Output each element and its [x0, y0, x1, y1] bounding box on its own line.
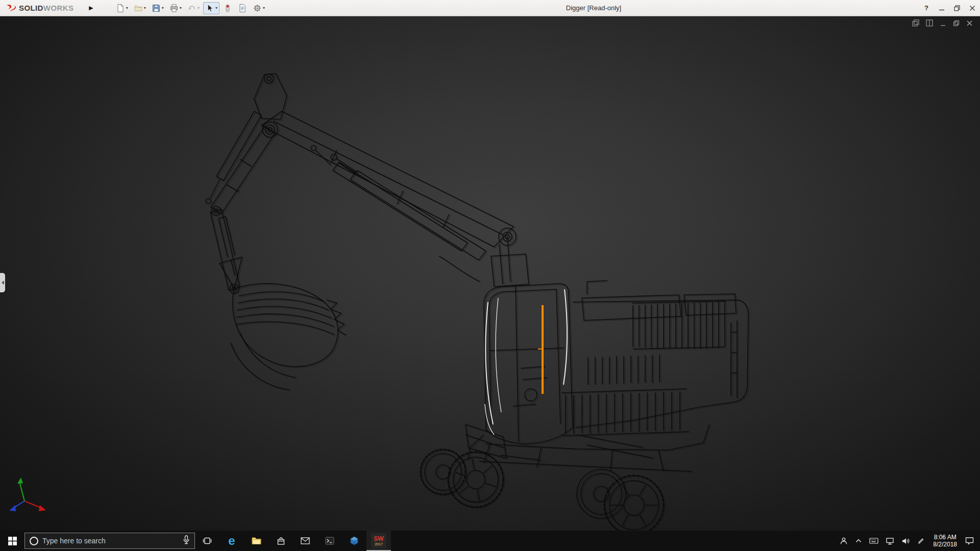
digger-wireframe-model[interactable] — [0, 16, 980, 531]
open-folder-icon — [134, 4, 143, 13]
network-icon — [886, 537, 894, 545]
system-tray: 8:06 AM 8/2/2018 — [836, 531, 980, 551]
graphics-viewport[interactable]: *Dimetric — [0, 16, 980, 531]
options-dropdown[interactable]: ▾ — [263, 6, 265, 10]
cascade-windows-icon[interactable] — [912, 19, 919, 27]
network-button[interactable] — [882, 531, 898, 551]
taskbar: e — [0, 531, 980, 551]
task-view-icon — [203, 537, 212, 545]
edrawings-button[interactable] — [342, 531, 366, 551]
solidworks-2017-button[interactable]: SW 2017 — [366, 531, 391, 551]
touch-keyboard-button[interactable] — [866, 531, 882, 551]
start-button[interactable] — [0, 531, 24, 551]
file-explorer-icon — [252, 537, 261, 545]
search-input[interactable] — [42, 537, 179, 545]
reference-triad[interactable] — [9, 478, 46, 511]
help-button[interactable]: ? — [919, 0, 934, 16]
rebuild-stoplight-icon — [223, 4, 232, 13]
new-document-button[interactable]: ▾ — [114, 2, 130, 14]
clock-date: 8/2/2018 — [933, 541, 957, 548]
tile-windows-icon[interactable] — [926, 19, 933, 27]
doc-minimize-button[interactable] — [940, 20, 946, 27]
screen: SOLIDWORKS ▶ ▾ ▾ ▾ — [0, 0, 980, 551]
action-center-button[interactable] — [962, 531, 980, 551]
hidden-icons-button[interactable] — [851, 531, 866, 551]
window-controls: ? — [919, 0, 980, 16]
open-button[interactable]: ▾ — [132, 2, 148, 14]
close-button[interactable] — [965, 0, 980, 16]
selected-edge[interactable] — [538, 305, 543, 394]
file-properties-icon — [238, 4, 247, 13]
file-explorer-button[interactable] — [244, 531, 268, 551]
new-document-dropdown[interactable]: ▾ — [126, 6, 128, 10]
print-icon — [169, 4, 179, 13]
print-button[interactable]: ▾ — [167, 2, 184, 14]
edrawings-icon — [350, 536, 359, 545]
windows-logo-icon — [8, 537, 17, 545]
print-dropdown[interactable]: ▾ — [180, 6, 182, 10]
solidworks-logo: SOLIDWORKS — [0, 4, 78, 13]
clock-time: 8:06 AM — [934, 534, 957, 541]
people-button[interactable] — [836, 531, 851, 551]
select-cursor-icon — [205, 4, 214, 13]
save-floppy-icon — [152, 4, 161, 13]
options-gear-icon — [253, 4, 262, 13]
save-button[interactable]: ▾ — [150, 2, 166, 14]
logo-text-works: WORKS — [43, 4, 74, 12]
select-dropdown[interactable]: ▾ — [215, 6, 217, 10]
dassault-logo-icon — [5, 4, 16, 13]
task-view-button[interactable] — [195, 531, 219, 551]
chevron-up-icon — [855, 538, 862, 544]
document-window-controls — [912, 19, 973, 27]
file-properties-button[interactable] — [236, 2, 249, 14]
featuremanager-collapsed-tab[interactable] — [0, 273, 5, 292]
highlighted-edges[interactable] — [485, 289, 567, 435]
undo-button[interactable]: ▾ — [185, 2, 202, 14]
select-button[interactable]: ▾ — [203, 2, 219, 14]
document-title: Digger [Read-only] — [566, 4, 621, 12]
restore-button[interactable] — [949, 0, 965, 16]
cortana-icon[interactable] — [30, 537, 38, 545]
logo-text-solid: SOLID — [19, 4, 43, 12]
doc-restore-button[interactable] — [953, 20, 960, 27]
undo-dropdown[interactable]: ▾ — [198, 6, 200, 10]
options-button[interactable]: ▾ — [251, 2, 267, 14]
view-orientation-label: *Dimetric — [8, 522, 37, 531]
collapse-arrow-icon — [2, 281, 4, 285]
taskbar-clock[interactable]: 8:06 AM 8/2/2018 — [928, 531, 962, 551]
quick-access-toolbar: ▾ ▾ ▾ ▾ — [114, 2, 267, 14]
volume-icon — [901, 537, 910, 545]
microphone-icon[interactable] — [183, 535, 190, 546]
store-bag-icon — [277, 537, 285, 545]
windows-ink-button[interactable] — [914, 531, 928, 551]
sw-badge-text: SW — [374, 536, 383, 542]
undo-icon — [187, 4, 197, 13]
mail-button[interactable] — [293, 531, 317, 551]
open-dropdown[interactable]: ▾ — [144, 6, 146, 10]
rebuild-button[interactable] — [221, 2, 234, 14]
sw-badge-year: 2017 — [375, 542, 383, 546]
toolbar-flyout-arrow[interactable]: ▶ — [89, 5, 93, 11]
doc-close-button[interactable] — [966, 20, 973, 27]
command-prompt-icon — [325, 537, 334, 545]
people-icon — [840, 537, 848, 545]
action-center-icon — [965, 537, 974, 545]
taskbar-search-box[interactable] — [24, 533, 195, 549]
new-document-icon — [116, 4, 125, 13]
windows-ink-pen-icon — [917, 537, 925, 545]
edge-icon: e — [228, 535, 235, 547]
touch-keyboard-icon — [869, 537, 878, 544]
solidworks-app-icon: SW 2017 — [371, 533, 386, 548]
minimize-button[interactable] — [934, 0, 949, 16]
volume-button[interactable] — [898, 531, 914, 551]
save-dropdown[interactable]: ▾ — [162, 6, 164, 10]
edge-button[interactable]: e — [219, 531, 244, 551]
mail-envelope-icon — [301, 537, 310, 544]
titlebar: SOLIDWORKS ▶ ▾ ▾ ▾ — [0, 0, 980, 16]
store-button[interactable] — [268, 531, 293, 551]
command-prompt-button[interactable] — [317, 531, 342, 551]
